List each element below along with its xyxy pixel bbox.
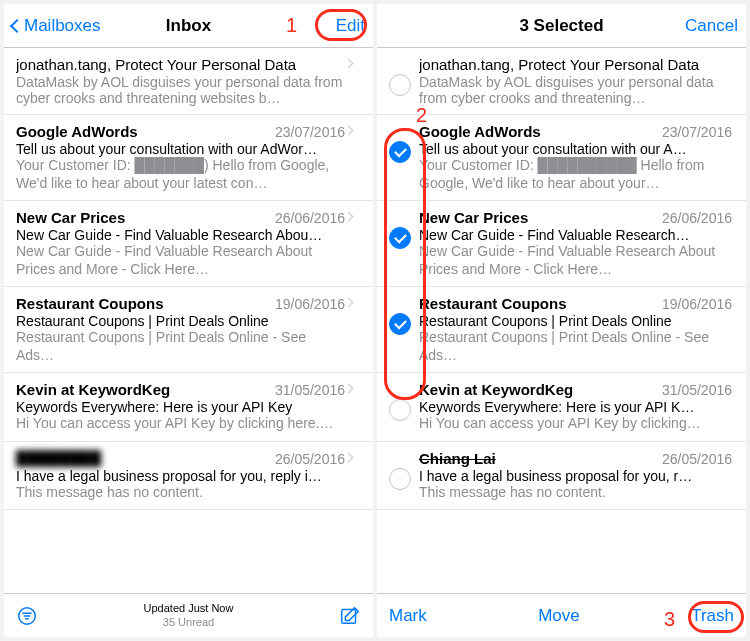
- message-date: 31/05/2016: [662, 382, 732, 398]
- message-row[interactable]: ████████26/05/2016I have a legal busines…: [4, 442, 373, 511]
- toolbar-right: Mark Move Trash: [377, 593, 746, 637]
- message-subject: New Car Guide - Find Valuable Research…: [419, 227, 732, 243]
- message-preview: New Car Guide - Find Valuable Research A…: [16, 243, 345, 278]
- message-row[interactable]: Kevin at KeywordKeg31/05/2016Keywords Ev…: [4, 373, 373, 442]
- message-sender: New Car Prices: [419, 209, 656, 226]
- message-row[interactable]: jonathan.tang, Protect Your Personal Dat…: [377, 48, 746, 115]
- message-row[interactable]: Chiang Lai26/05/2016I have a legal busin…: [377, 442, 746, 511]
- annotation-label-2: 2: [416, 104, 427, 127]
- cancel-button[interactable]: Cancel: [685, 16, 738, 36]
- annotation-label-1: 1: [286, 14, 297, 37]
- message-subject: I have a legal business proposal for you…: [419, 468, 732, 484]
- message-preview: Your Customer ID: ██████████ Hello from …: [419, 157, 732, 192]
- message-sender: New Car Prices: [16, 209, 269, 226]
- message-row[interactable]: Kevin at KeywordKeg31/05/2016Keywords Ev…: [377, 373, 746, 442]
- mark-button[interactable]: Mark: [389, 606, 427, 626]
- message-subject: Keywords Everywhere: Here is your API K…: [419, 399, 732, 415]
- chevron-right-icon: [344, 384, 354, 394]
- message-sender: Kevin at KeywordKeg: [419, 381, 656, 398]
- message-sender: Kevin at KeywordKeg: [16, 381, 269, 398]
- message-list-left[interactable]: jonathan.tang, Protect Your Personal Dat…: [4, 48, 373, 593]
- message-date: 19/06/2016: [275, 296, 345, 312]
- message-date: 31/05/2016: [275, 382, 345, 398]
- trash-button[interactable]: Trash: [691, 606, 734, 626]
- chevron-right-icon: [344, 126, 354, 136]
- message-date: 26/05/2016: [275, 451, 345, 467]
- message-sender: Restaurant Coupons: [419, 295, 656, 312]
- chevron-right-icon: [344, 212, 354, 222]
- message-preview: Hi You can access your API Key by clicki…: [16, 415, 345, 433]
- compose-icon[interactable]: [339, 605, 361, 627]
- message-date: 26/06/2016: [662, 210, 732, 226]
- select-checkbox[interactable]: [389, 313, 411, 335]
- message-sender: Chiang Lai: [419, 450, 656, 467]
- message-preview: Your Customer ID: ███████) Hello from Go…: [16, 157, 345, 192]
- message-subject: Tell us about your consultation with our…: [16, 141, 345, 157]
- message-subject: I have a legal business proposal for you…: [16, 468, 345, 484]
- message-sender: Google AdWords: [16, 123, 269, 140]
- edit-button[interactable]: Edit: [336, 16, 365, 36]
- select-checkbox[interactable]: [389, 227, 411, 249]
- filter-icon[interactable]: [16, 605, 38, 627]
- select-checkbox[interactable]: [389, 74, 411, 96]
- message-row[interactable]: Google AdWords23/07/2016Tell us about yo…: [4, 115, 373, 201]
- status-text: Updated Just Now 35 Unread: [4, 602, 373, 628]
- message-date: 26/06/2016: [275, 210, 345, 226]
- message-row[interactable]: Google AdWords23/07/2016Tell us about yo…: [377, 115, 746, 201]
- toolbar-left: Updated Just Now 35 Unread: [4, 593, 373, 637]
- message-list-right[interactable]: jonathan.tang, Protect Your Personal Dat…: [377, 48, 746, 593]
- message-preview: New Car Guide - Find Valuable Research A…: [419, 243, 732, 278]
- message-preview: Hi You can access your API Key by clicki…: [419, 415, 732, 433]
- select-checkbox[interactable]: [389, 399, 411, 421]
- message-sender: Restaurant Coupons: [16, 295, 269, 312]
- right-screen: 3 Selected Cancel jonathan.tang, Protect…: [377, 4, 746, 637]
- message-subject: Restaurant Coupons | Print Deals Online: [419, 313, 732, 329]
- message-sender: Google AdWords: [419, 123, 656, 140]
- navbar-left: Mailboxes Inbox Edit: [4, 4, 373, 48]
- message-subject: Keywords Everywhere: Here is your API Ke…: [16, 399, 345, 415]
- message-date: 26/05/2016: [662, 451, 732, 467]
- chevron-left-icon: [10, 18, 24, 32]
- chevron-right-icon: [344, 298, 354, 308]
- message-date: 19/06/2016: [662, 296, 732, 312]
- message-preview: This message has no content.: [419, 484, 732, 502]
- chevron-right-icon: [344, 59, 354, 69]
- left-screen: Mailboxes Inbox Edit jonathan.tang, Prot…: [4, 4, 373, 637]
- back-label: Mailboxes: [24, 16, 101, 36]
- message-row[interactable]: Restaurant Coupons19/06/2016Restaurant C…: [377, 287, 746, 373]
- message-preview: Restaurant Coupons | Print Deals Online …: [16, 329, 345, 364]
- select-checkbox[interactable]: [389, 468, 411, 490]
- message-sender: ████████: [16, 450, 269, 467]
- message-row[interactable]: New Car Prices26/06/2016New Car Guide - …: [377, 201, 746, 287]
- annotation-label-3: 3: [664, 608, 675, 631]
- message-subject: DataMask by AOL disguises your personal …: [419, 74, 732, 106]
- message-preview: Restaurant Coupons | Print Deals Online …: [419, 329, 732, 364]
- chevron-right-icon: [344, 452, 354, 462]
- message-subject: New Car Guide - Find Valuable Research A…: [16, 227, 345, 243]
- message-subject: Tell us about your consultation with our…: [419, 141, 732, 157]
- message-sender: jonathan.tang, Protect Your Personal Dat…: [419, 56, 726, 73]
- message-date: 23/07/2016: [275, 124, 345, 140]
- message-subject: Restaurant Coupons | Print Deals Online: [16, 313, 345, 329]
- message-date: 23/07/2016: [662, 124, 732, 140]
- move-button[interactable]: Move: [538, 606, 580, 626]
- message-preview: This message has no content.: [16, 484, 345, 502]
- message-row[interactable]: New Car Prices26/06/2016New Car Guide - …: [4, 201, 373, 287]
- select-checkbox[interactable]: [389, 141, 411, 163]
- message-row[interactable]: jonathan.tang, Protect Your Personal Dat…: [4, 48, 373, 115]
- navbar-right: 3 Selected Cancel: [377, 4, 746, 48]
- message-sender: jonathan.tang, Protect Your Personal Dat…: [16, 56, 339, 73]
- back-button[interactable]: Mailboxes: [12, 16, 101, 36]
- message-row[interactable]: Restaurant Coupons19/06/2016Restaurant C…: [4, 287, 373, 373]
- message-subject: DataMask by AOL disguises your personal …: [16, 74, 345, 106]
